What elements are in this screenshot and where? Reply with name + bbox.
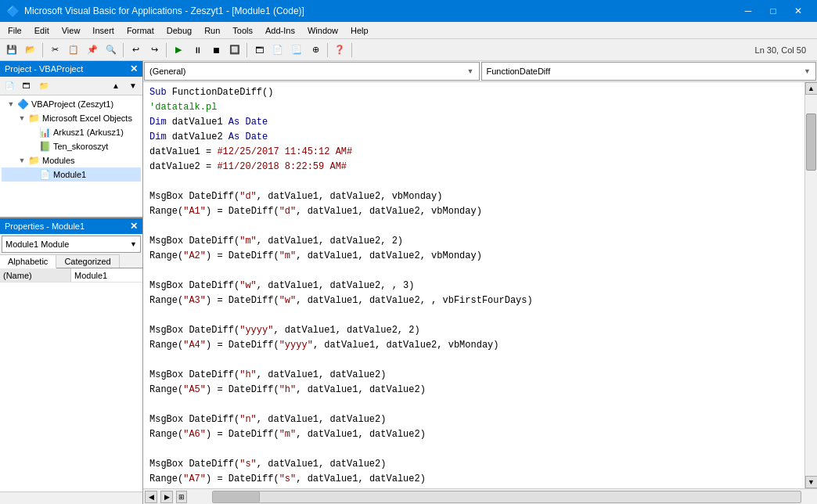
tb-separator-2: [123, 43, 124, 57]
tb-separator-6: [351, 43, 352, 57]
menu-file[interactable]: File: [2, 22, 28, 38]
project-toolbar: 📄 🗔 📁 ▲ ▼: [0, 77, 142, 95]
open-button[interactable]: 📂: [22, 41, 39, 59]
prop-name-label: (Name): [0, 268, 71, 282]
class-button[interactable]: 📃: [288, 41, 305, 59]
properties-table: (Name) Module1: [0, 268, 142, 491]
menu-run[interactable]: Run: [198, 22, 226, 38]
expand-modules[interactable]: ▼: [16, 157, 28, 164]
properties-scroll[interactable]: [0, 491, 142, 504]
tab-categorized[interactable]: Categorized: [56, 254, 119, 268]
close-button[interactable]: ✕: [786, 0, 811, 22]
menu-insert[interactable]: Insert: [86, 22, 121, 38]
help-button[interactable]: ❓: [331, 41, 348, 59]
modules-icon: 📁: [28, 155, 40, 166]
general-dropdown-label: (General): [149, 67, 185, 76]
copy-button[interactable]: 📋: [65, 41, 82, 59]
menu-format[interactable]: Format: [121, 22, 160, 38]
general-dropdown-arrow: ▼: [467, 67, 474, 75]
menu-window[interactable]: Window: [301, 22, 344, 38]
workbook-icon: 📗: [39, 141, 51, 152]
prop-row-name: (Name) Module1: [0, 268, 142, 283]
prop-name-value[interactable]: Module1: [71, 271, 142, 280]
tree-item-excel-objects[interactable]: ▼ 📁 Microsoft Excel Objects: [2, 111, 141, 125]
title-bar: 🔷 Microsoft Visual Basic for Application…: [0, 0, 817, 22]
tb-separator-1: [42, 43, 43, 57]
title-text: Microsoft Visual Basic for Applications …: [24, 5, 736, 16]
properties-dropdown[interactable]: Module1 Module ▼: [2, 236, 141, 253]
hscroll-left-arrow[interactable]: ◀: [145, 491, 157, 503]
general-dropdown[interactable]: (General) ▼: [144, 62, 480, 81]
tree-item-modules[interactable]: ▼ 📁 Modules: [2, 153, 141, 167]
project-scroll-up[interactable]: ▲: [108, 79, 124, 93]
paste-button[interactable]: 📌: [84, 41, 101, 59]
reset-button[interactable]: ⏹: [207, 41, 225, 59]
properties-pane-title: Properties - Module1: [5, 221, 85, 231]
save-button[interactable]: 💾: [3, 41, 20, 59]
tree-item-arkusz1[interactable]: 📊 Arkusz1 (Arkusz1): [2, 125, 141, 139]
main-layout: Project - VBAProject ✕ 📄 🗔 📁 ▲ ▼ ▼ 🔷 VBA…: [0, 61, 817, 504]
code-header: (General) ▼ FunctionDateDiff ▼: [143, 61, 817, 82]
project-pane-close[interactable]: ✕: [130, 63, 138, 74]
project-tree[interactable]: ▼ 🔷 VBAProject (Zeszyt1) ▼ 📁 Microsoft E…: [0, 95, 142, 217]
expand-excel-objects[interactable]: ▼: [16, 114, 28, 122]
menu-view[interactable]: View: [56, 22, 87, 38]
userform-button[interactable]: 🗔: [250, 41, 268, 59]
function-dropdown-arrow: ▼: [804, 67, 811, 75]
menu-addins[interactable]: Add-Ins: [259, 22, 301, 38]
vbaproject-icon: 🔷: [17, 99, 29, 110]
left-panel: Project - VBAProject ✕ 📄 🗔 📁 ▲ ▼ ▼ 🔷 VBA…: [0, 61, 143, 504]
module1-icon: 📄: [39, 169, 51, 180]
excel-objects-label: Microsoft Excel Objects: [42, 113, 132, 123]
code-bottom-bar: ◀ ▶ ⊞: [143, 488, 817, 504]
workbook-label: Ten_skoroszyt: [53, 142, 108, 151]
menu-tools[interactable]: Tools: [226, 22, 259, 38]
function-dropdown[interactable]: FunctionDateDiff ▼: [481, 62, 817, 81]
view-object-button[interactable]: 🗔: [19, 79, 34, 93]
menu-debug[interactable]: Debug: [160, 22, 198, 38]
project-scroll-down[interactable]: ▼: [125, 79, 141, 93]
code-vertical-scrollbar[interactable]: ▲ ▼: [804, 82, 817, 488]
cursor-position: Ln 30, Col 50: [755, 45, 814, 55]
scroll-track[interactable]: [805, 95, 817, 476]
tree-item-vbaproject[interactable]: ▼ 🔷 VBAProject (Zeszyt1): [2, 97, 141, 111]
design-mode-button[interactable]: 🔲: [226, 41, 243, 59]
maximize-button[interactable]: □: [761, 0, 786, 22]
hscroll-right-arrow[interactable]: ▶: [160, 491, 173, 503]
menu-help[interactable]: Help: [344, 22, 375, 38]
view-code-button[interactable]: 📄: [2, 79, 17, 93]
project-pane: Project - VBAProject ✕ 📄 🗔 📁 ▲ ▼ ▼ 🔷 VBA…: [0, 61, 142, 218]
function-dropdown-label: FunctionDateDiff: [487, 67, 551, 76]
tab-alphabetic[interactable]: Alphabetic: [0, 254, 56, 268]
scroll-thumb[interactable]: [806, 113, 816, 171]
redo-button[interactable]: ↪: [146, 41, 163, 59]
arkusz1-icon: 📊: [39, 127, 51, 138]
code-editor[interactable]: Sub FunctionDateDiff() 'datatalk.pl Dim …: [143, 82, 804, 488]
code-area: (General) ▼ FunctionDateDiff ▼ Sub Funct…: [143, 61, 817, 504]
module-button[interactable]: 📄: [269, 41, 286, 59]
properties-dropdown-value: Module1 Module: [5, 239, 69, 249]
properties-pane: Properties - Module1 ✕ Module1 Module ▼ …: [0, 218, 142, 504]
split-view-button[interactable]: ⊞: [176, 491, 187, 503]
window-controls: ─ □ ✕: [736, 0, 811, 22]
properties-pane-close[interactable]: ✕: [130, 221, 138, 232]
procedure-button[interactable]: ⊕: [307, 41, 324, 59]
break-button[interactable]: ⏸: [189, 41, 206, 59]
undo-button[interactable]: ↩: [127, 41, 144, 59]
toolbar: 💾 📂 ✂ 📋 📌 🔍 ↩ ↪ ▶ ⏸ ⏹ 🔲 🗔 📄 📃 ⊕ ❓ Ln 30,…: [0, 39, 817, 61]
menu-edit[interactable]: Edit: [28, 22, 56, 38]
run-button[interactable]: ▶: [170, 41, 187, 59]
expand-vbaproject[interactable]: ▼: [5, 100, 17, 108]
tree-item-workbook[interactable]: 📗 Ten_skoroszyt: [2, 139, 141, 153]
vbaproject-label: VBAProject (Zeszyt1): [31, 99, 113, 109]
scroll-up-arrow[interactable]: ▲: [805, 82, 818, 95]
minimize-button[interactable]: ─: [736, 0, 761, 22]
find-button[interactable]: 🔍: [103, 41, 120, 59]
tb-separator-4: [247, 43, 247, 57]
scroll-down-arrow[interactable]: ▼: [805, 476, 818, 488]
cut-button[interactable]: ✂: [46, 41, 63, 59]
tree-item-module1[interactable]: 📄 Module1: [2, 167, 141, 182]
horizontal-scrollbar[interactable]: [212, 491, 801, 503]
toggle-folders-button[interactable]: 📁: [36, 79, 52, 93]
tb-separator-3: [166, 43, 167, 57]
